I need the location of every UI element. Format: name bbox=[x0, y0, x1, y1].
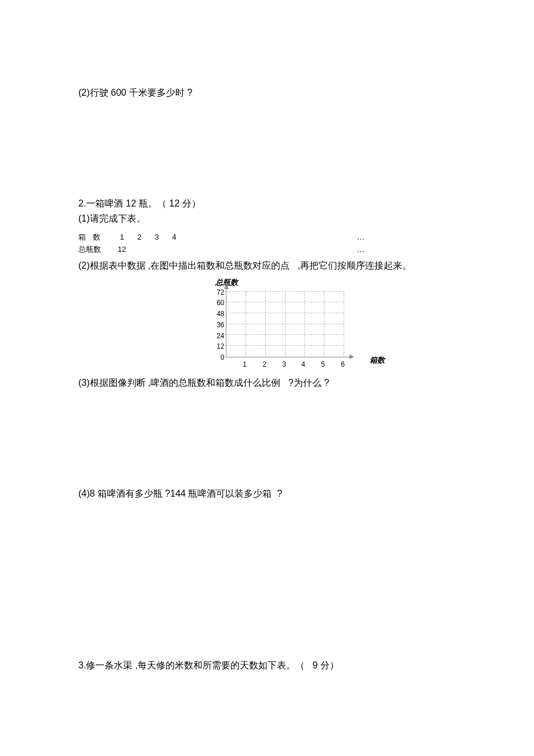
q3-main-text-b: 9 分） bbox=[313, 660, 339, 670]
y-tick: 24 bbox=[213, 332, 225, 340]
q2-sub2-text-b: ,再把它们按顺序连接起来。 bbox=[298, 261, 412, 270]
x-tick: 5 bbox=[321, 360, 325, 368]
q2-sub2-text: (2)根据表中数据 ,在图中描出箱数和总瓶数对应的点 ,再把它们按顺序连接起来。 bbox=[78, 259, 505, 273]
q2-sub4-text-a: (4)8 箱啤酒有多少瓶 ?144 瓶啤酒可以装多少箱 bbox=[78, 489, 272, 498]
x-tick: 6 bbox=[341, 360, 345, 368]
y-tick: 36 bbox=[213, 321, 225, 329]
table-dots: … bbox=[357, 231, 365, 244]
beer-table: 箱 数 1 2 3 4 … 总瓶数 12 … bbox=[78, 231, 505, 256]
q2-sub3-text-a: (3)根据图像判断 ,啤酒的总瓶数和箱数成什么比例 bbox=[78, 378, 280, 388]
q2-sub4-text: (4)8 箱啤酒有多少瓶 ?144 瓶啤酒可以装多少箱 ? bbox=[78, 487, 505, 501]
y-tick: 48 bbox=[213, 310, 225, 318]
q2-sub4-text-b: ? bbox=[277, 489, 282, 498]
grid-line bbox=[324, 291, 324, 357]
y-tick: 60 bbox=[213, 299, 225, 307]
q2-sub3-text-b: ?为什么 ? bbox=[288, 378, 329, 388]
table-cell: 12 bbox=[113, 244, 131, 256]
q3-main-text: 3.修一条水渠 ,每天修的米数和所需要的天数如下表。（ 9 分） bbox=[78, 659, 505, 672]
grid-line bbox=[246, 291, 246, 357]
chart-grid bbox=[226, 288, 351, 357]
q2-sub3-text: (3)根据图像判断 ,啤酒的总瓶数和箱数成什么比例 ?为什么 ? bbox=[78, 376, 505, 390]
chart-x-axis-label: 箱数 bbox=[370, 355, 385, 366]
table-row: 总瓶数 12 … bbox=[78, 244, 505, 256]
chart-container: 总瓶数 箱数 0 12 24 36 48 60 72 1 2 3 4 5 6 bbox=[78, 277, 505, 370]
grid-line bbox=[285, 291, 286, 357]
x-tick: 1 bbox=[243, 360, 247, 368]
q1-sub2-text: (2)行驶 600 千米要多少时 ? bbox=[78, 86, 505, 100]
table-cell: 2 bbox=[131, 231, 148, 244]
y-tick: 12 bbox=[213, 342, 225, 350]
x-tick: 4 bbox=[301, 360, 305, 368]
q2-sub1-text: (1)请完成下表。 bbox=[78, 212, 505, 226]
table-cell: 1 bbox=[113, 231, 131, 244]
line-chart: 总瓶数 箱数 0 12 24 36 48 60 72 1 2 3 4 5 6 bbox=[205, 277, 379, 370]
q2-sub2-text-a: (2)根据表中数据 ,在图中描出箱数和总瓶数对应的点 bbox=[78, 261, 290, 270]
y-tick: 72 bbox=[213, 288, 225, 296]
grid-line bbox=[304, 291, 305, 357]
x-tick: 2 bbox=[262, 360, 266, 368]
q2-main-text: 2.一箱啤酒 12 瓶。（ 12 分） bbox=[78, 197, 505, 211]
table-cell: 4 bbox=[165, 231, 183, 244]
y-tick: 0 bbox=[213, 353, 225, 361]
grid-line bbox=[265, 291, 266, 357]
table-row: 箱 数 1 2 3 4 … bbox=[78, 231, 505, 244]
table-header-boxes: 箱 数 bbox=[78, 231, 113, 244]
q3-main-text-a: 3.修一条水渠 ,每天修的米数和所需要的天数如下表。（ bbox=[78, 660, 305, 670]
x-tick: 3 bbox=[282, 360, 286, 368]
grid-line bbox=[344, 291, 344, 357]
table-header-bottles: 总瓶数 bbox=[78, 244, 113, 256]
table-dots: … bbox=[357, 244, 365, 256]
table-cell: 3 bbox=[148, 231, 165, 244]
